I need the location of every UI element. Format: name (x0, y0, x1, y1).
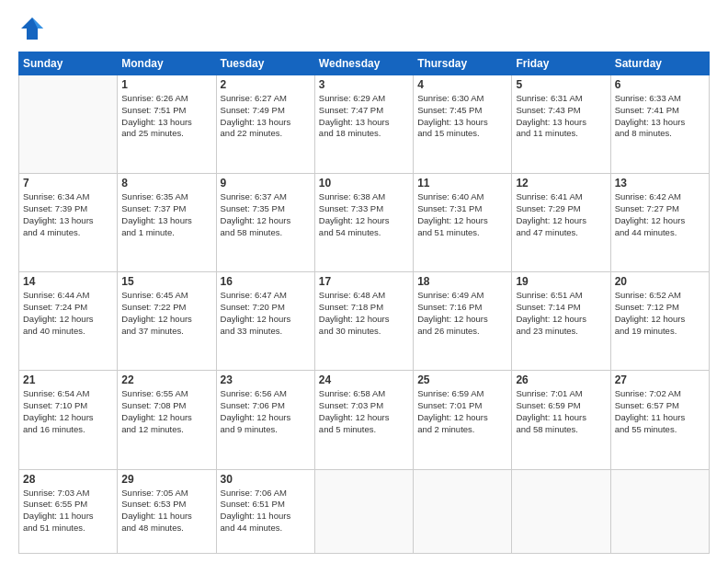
day-number: 18 (417, 275, 507, 288)
day-number: 4 (417, 78, 507, 91)
day-number: 17 (319, 275, 409, 288)
calendar-cell (314, 469, 413, 553)
calendar-cell: 15Sunrise: 6:45 AM Sunset: 7:22 PM Dayli… (118, 272, 216, 371)
calendar-cell: 7Sunrise: 6:34 AM Sunset: 7:39 PM Daylig… (19, 174, 118, 272)
day-number: 14 (23, 275, 113, 288)
calendar-cell (512, 469, 610, 553)
cell-text: Sunrise: 6:55 AM Sunset: 7:08 PM Dayligh… (121, 388, 211, 435)
day-number: 10 (319, 177, 409, 190)
cell-text: Sunrise: 6:41 AM Sunset: 7:29 PM Dayligh… (516, 191, 606, 238)
calendar-cell: 10Sunrise: 6:38 AM Sunset: 7:33 PM Dayli… (314, 174, 413, 272)
calendar-week-row: 21Sunrise: 6:54 AM Sunset: 7:10 PM Dayli… (19, 371, 710, 469)
calendar-cell: 13Sunrise: 6:42 AM Sunset: 7:27 PM Dayli… (610, 174, 709, 272)
calendar-cell (610, 469, 709, 553)
calendar-cell: 23Sunrise: 6:56 AM Sunset: 7:06 PM Dayli… (216, 371, 314, 469)
calendar-cell: 29Sunrise: 7:05 AM Sunset: 6:53 PM Dayli… (118, 469, 216, 553)
calendar-table: SundayMondayTuesdayWednesdayThursdayFrid… (18, 52, 710, 554)
header (18, 15, 710, 42)
cell-text: Sunrise: 6:26 AM Sunset: 7:51 PM Dayligh… (121, 93, 211, 140)
calendar-cell: 26Sunrise: 7:01 AM Sunset: 6:59 PM Dayli… (512, 371, 610, 469)
calendar-cell: 30Sunrise: 7:06 AM Sunset: 6:51 PM Dayli… (216, 469, 314, 553)
calendar-cell: 25Sunrise: 6:59 AM Sunset: 7:01 PM Dayli… (414, 371, 512, 469)
calendar-cell: 17Sunrise: 6:48 AM Sunset: 7:18 PM Dayli… (314, 272, 413, 371)
day-number: 26 (516, 373, 606, 386)
cell-text: Sunrise: 6:54 AM Sunset: 7:10 PM Dayligh… (23, 388, 113, 435)
day-number: 24 (319, 373, 409, 386)
calendar-cell: 20Sunrise: 6:52 AM Sunset: 7:12 PM Dayli… (610, 272, 709, 371)
cell-text: Sunrise: 7:03 AM Sunset: 6:55 PM Dayligh… (23, 488, 113, 534)
day-number: 12 (516, 177, 606, 190)
calendar-cell: 6Sunrise: 6:33 AM Sunset: 7:41 PM Daylig… (610, 75, 709, 174)
calendar-cell: 12Sunrise: 6:41 AM Sunset: 7:29 PM Dayli… (512, 174, 610, 272)
cell-text: Sunrise: 6:31 AM Sunset: 7:43 PM Dayligh… (516, 93, 606, 140)
day-number: 6 (615, 78, 705, 91)
day-number: 21 (23, 373, 113, 386)
cell-text: Sunrise: 6:37 AM Sunset: 7:35 PM Dayligh… (221, 191, 311, 238)
day-number: 30 (221, 473, 311, 486)
cell-text: Sunrise: 7:05 AM Sunset: 6:53 PM Dayligh… (121, 488, 211, 534)
logo-icon (18, 15, 46, 42)
logo (18, 15, 50, 42)
day-number: 25 (417, 373, 507, 386)
cell-text: Sunrise: 6:59 AM Sunset: 7:01 PM Dayligh… (417, 388, 507, 435)
day-number: 11 (417, 177, 507, 190)
calendar-cell: 14Sunrise: 6:44 AM Sunset: 7:24 PM Dayli… (19, 272, 118, 371)
cell-text: Sunrise: 6:52 AM Sunset: 7:12 PM Dayligh… (615, 290, 705, 337)
page: SundayMondayTuesdayWednesdayThursdayFrid… (0, 0, 728, 563)
day-number: 1 (121, 78, 211, 91)
calendar-cell: 21Sunrise: 6:54 AM Sunset: 7:10 PM Dayli… (19, 371, 118, 469)
calendar-cell: 18Sunrise: 6:49 AM Sunset: 7:16 PM Dayli… (414, 272, 512, 371)
cell-text: Sunrise: 6:47 AM Sunset: 7:20 PM Dayligh… (221, 290, 311, 337)
day-number: 16 (221, 275, 311, 288)
day-number: 28 (23, 473, 113, 486)
weekday-header-row: SundayMondayTuesdayWednesdayThursdayFrid… (19, 52, 710, 75)
cell-text: Sunrise: 6:44 AM Sunset: 7:24 PM Dayligh… (23, 290, 113, 337)
cell-text: Sunrise: 6:58 AM Sunset: 7:03 PM Dayligh… (319, 388, 409, 435)
day-number: 15 (121, 275, 211, 288)
calendar-cell: 2Sunrise: 6:27 AM Sunset: 7:49 PM Daylig… (216, 75, 314, 174)
calendar-cell: 9Sunrise: 6:37 AM Sunset: 7:35 PM Daylig… (216, 174, 314, 272)
calendar-cell: 28Sunrise: 7:03 AM Sunset: 6:55 PM Dayli… (19, 469, 118, 553)
cell-text: Sunrise: 7:06 AM Sunset: 6:51 PM Dayligh… (221, 488, 311, 534)
day-number: 9 (221, 177, 311, 190)
day-number: 27 (615, 373, 705, 386)
weekday-header-tuesday: Tuesday (216, 52, 314, 75)
calendar-cell (19, 75, 118, 174)
calendar-cell: 1Sunrise: 6:26 AM Sunset: 7:51 PM Daylig… (118, 75, 216, 174)
cell-text: Sunrise: 6:35 AM Sunset: 7:37 PM Dayligh… (121, 191, 211, 238)
calendar-cell (414, 469, 512, 553)
calendar-week-row: 7Sunrise: 6:34 AM Sunset: 7:39 PM Daylig… (19, 174, 710, 272)
cell-text: Sunrise: 6:45 AM Sunset: 7:22 PM Dayligh… (121, 290, 211, 337)
calendar-cell: 3Sunrise: 6:29 AM Sunset: 7:47 PM Daylig… (314, 75, 413, 174)
calendar-week-row: 1Sunrise: 6:26 AM Sunset: 7:51 PM Daylig… (19, 75, 710, 174)
cell-text: Sunrise: 7:02 AM Sunset: 6:57 PM Dayligh… (615, 388, 705, 435)
cell-text: Sunrise: 7:01 AM Sunset: 6:59 PM Dayligh… (516, 388, 606, 435)
cell-text: Sunrise: 6:51 AM Sunset: 7:14 PM Dayligh… (516, 290, 606, 337)
day-number: 29 (121, 473, 211, 486)
calendar-cell: 24Sunrise: 6:58 AM Sunset: 7:03 PM Dayli… (314, 371, 413, 469)
cell-text: Sunrise: 6:27 AM Sunset: 7:49 PM Dayligh… (221, 93, 311, 140)
day-number: 20 (615, 275, 705, 288)
cell-text: Sunrise: 6:49 AM Sunset: 7:16 PM Dayligh… (417, 290, 507, 337)
calendar-cell: 19Sunrise: 6:51 AM Sunset: 7:14 PM Dayli… (512, 272, 610, 371)
cell-text: Sunrise: 6:34 AM Sunset: 7:39 PM Dayligh… (23, 191, 113, 238)
cell-text: Sunrise: 6:42 AM Sunset: 7:27 PM Dayligh… (615, 191, 705, 238)
calendar-cell: 8Sunrise: 6:35 AM Sunset: 7:37 PM Daylig… (118, 174, 216, 272)
calendar-cell: 27Sunrise: 7:02 AM Sunset: 6:57 PM Dayli… (610, 371, 709, 469)
weekday-header-thursday: Thursday (414, 52, 512, 75)
day-number: 8 (121, 177, 211, 190)
day-number: 3 (319, 78, 409, 91)
day-number: 13 (615, 177, 705, 190)
weekday-header-wednesday: Wednesday (314, 52, 413, 75)
day-number: 2 (221, 78, 311, 91)
day-number: 7 (23, 177, 113, 190)
calendar-cell: 4Sunrise: 6:30 AM Sunset: 7:45 PM Daylig… (414, 75, 512, 174)
day-number: 22 (121, 373, 211, 386)
weekday-header-sunday: Sunday (19, 52, 118, 75)
calendar-cell: 22Sunrise: 6:55 AM Sunset: 7:08 PM Dayli… (118, 371, 216, 469)
cell-text: Sunrise: 6:40 AM Sunset: 7:31 PM Dayligh… (417, 191, 507, 238)
calendar-cell: 5Sunrise: 6:31 AM Sunset: 7:43 PM Daylig… (512, 75, 610, 174)
day-number: 23 (221, 373, 311, 386)
calendar-week-row: 28Sunrise: 7:03 AM Sunset: 6:55 PM Dayli… (19, 469, 710, 553)
weekday-header-friday: Friday (512, 52, 610, 75)
